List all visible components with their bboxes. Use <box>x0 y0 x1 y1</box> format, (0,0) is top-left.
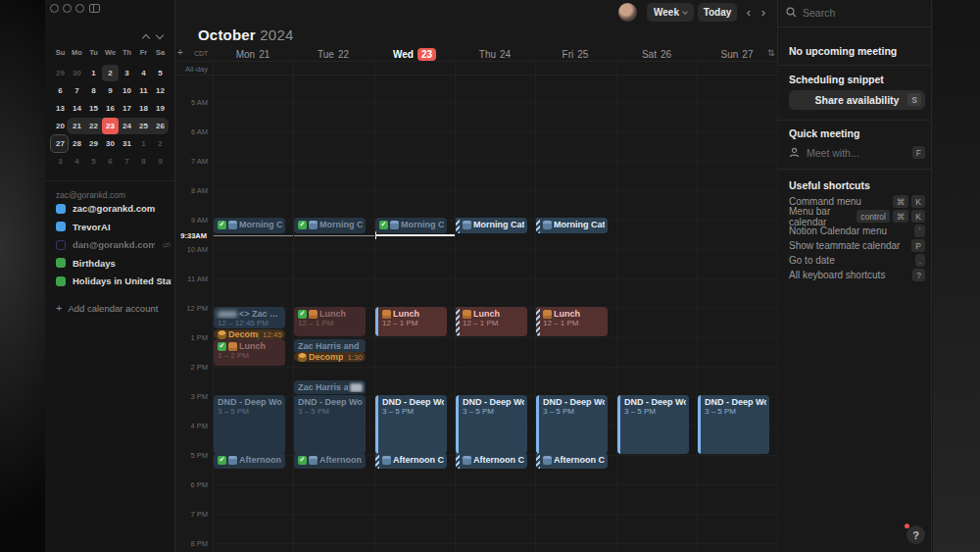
calendar-list-item[interactable]: Holidays in United States <box>56 276 172 286</box>
minical-day[interactable]: 5 <box>152 65 169 81</box>
minical-day[interactable]: 6 <box>102 153 119 170</box>
minical-day[interactable]: 4 <box>135 65 152 81</box>
window-zoom-icon[interactable] <box>75 4 84 13</box>
minical-day[interactable]: 25 <box>135 118 152 134</box>
minical-day[interactable]: 15 <box>85 100 102 117</box>
add-event-icon[interactable]: + <box>177 47 183 58</box>
minical-day[interactable]: 8 <box>135 153 152 170</box>
event-lunch[interactable]: ✓Lunch12 – 1 PM <box>294 307 366 336</box>
minical-day[interactable]: 18 <box>135 100 152 117</box>
event-zac-harris-and[interactable]: Zac Harris and <box>294 339 366 353</box>
minical-day[interactable]: 3 <box>119 65 135 81</box>
minical-day[interactable]: 9 <box>102 82 119 99</box>
minical-day[interactable]: 1 <box>85 65 102 81</box>
toggle-sidebar-icon[interactable] <box>89 4 100 13</box>
event-dnd-deep-work[interactable]: DND - Deep Work3 – 5 PM <box>214 395 285 454</box>
event-morning-catch-up[interactable]: ✓Morning Catch Up <box>294 218 366 233</box>
minical-day[interactable]: 5 <box>85 153 102 170</box>
calendar-list-item[interactable]: zac@gorankd.com <box>56 203 172 214</box>
minical-day[interactable]: 9 <box>152 153 169 170</box>
minical-day[interactable]: 17 <box>119 100 135 117</box>
minical-day[interactable]: 28 <box>69 135 85 152</box>
minical-day[interactable]: 21 <box>69 118 85 134</box>
event-dnd-deep-work[interactable]: DND - Deep Work3 – 5 PM <box>698 395 769 454</box>
calendar-list-item[interactable]: dan@gorankd.com <box>56 239 172 250</box>
event-afternoon-catch-up[interactable]: Afternoon Catch Up <box>456 453 527 469</box>
person-icon <box>789 147 800 158</box>
minical-day[interactable]: 29 <box>85 135 102 152</box>
event-afternoon-catch-up[interactable]: ✓Afternoon Catch Up <box>294 453 366 469</box>
search-input[interactable]: Search <box>803 7 835 19</box>
minical-day[interactable]: 6 <box>52 82 69 99</box>
event-lunch[interactable]: Lunch12 – 1 PM <box>456 307 527 336</box>
event-morning-catch-up[interactable]: ✓Morning Catch Up <box>214 218 285 233</box>
minical-day[interactable]: 10 <box>119 82 135 99</box>
event-morning-catch-up[interactable]: Morning Catch Up <box>456 218 527 233</box>
day-header-fri[interactable]: Fri25 <box>535 46 615 62</box>
today-button[interactable]: Today <box>698 3 737 22</box>
minical-day[interactable]: 19 <box>152 100 169 117</box>
event-morning-catch-up[interactable]: Morning Catch Up <box>536 218 608 233</box>
event-zac-harris-and[interactable]: Zac Harris and <box>294 380 366 394</box>
minical-day[interactable]: 14 <box>69 100 85 117</box>
calendar-list-item[interactable]: TrevorAI <box>56 222 172 232</box>
minical-day[interactable]: 8 <box>85 82 102 99</box>
event-decompress[interactable]: Decompress1:30 <box>294 352 366 362</box>
event-afternoon-catch-up[interactable]: Afternoon Catch Up <box>375 453 447 469</box>
minical-day[interactable]: 30 <box>102 135 119 152</box>
day-header-sun[interactable]: Sun27 <box>697 46 777 62</box>
day-header-sat[interactable]: Sat26 <box>616 46 697 62</box>
minical-day[interactable]: 7 <box>69 82 85 99</box>
eye-off-icon[interactable] <box>162 240 172 250</box>
day-header-thu[interactable]: Thu24 <box>455 46 535 62</box>
user-avatar[interactable] <box>618 3 637 22</box>
minical-day[interactable]: 16 <box>102 100 119 117</box>
event-decompress[interactable]: Decompress12:45 <box>214 329 285 339</box>
day-header-mon[interactable]: Mon21 <box>213 46 293 62</box>
day-header-tue[interactable]: Tue22 <box>293 46 373 62</box>
minical-day[interactable]: 1 <box>135 135 152 152</box>
event-dnd-deep-work[interactable]: DND - Deep Work3 – 5 PM <box>536 395 608 454</box>
prev-week-button[interactable]: ‹ <box>742 3 756 22</box>
minical-day[interactable]: 3 <box>52 153 69 170</box>
minical-day[interactable]: 29 <box>52 65 69 81</box>
add-calendar-account-button[interactable]: + Add calendar account <box>56 302 158 314</box>
day-header-wed[interactable]: Wed23 <box>374 46 455 62</box>
minical-day[interactable]: 7 <box>119 153 135 170</box>
event-lunch[interactable]: Lunch12 – 1 PM <box>375 307 447 336</box>
minical-day[interactable]: 13 <box>52 100 69 117</box>
minical-day[interactable]: 31 <box>119 135 135 152</box>
shortcut-label: Show teammate calendar <box>789 240 900 251</box>
minical-day[interactable]: 12 <box>152 82 169 99</box>
event-zac[interactable]: <> Zac …12 – 12:45 PM <box>214 307 285 328</box>
minical-day[interactable]: 30 <box>69 65 85 81</box>
meet-with-input[interactable]: Meet with... F <box>789 145 925 160</box>
view-selector-button[interactable]: Week <box>647 3 694 22</box>
timezone-label[interactable]: CDT <box>194 50 208 57</box>
minical-day-today[interactable]: 23 <box>102 118 119 134</box>
minical-day[interactable]: 2 <box>102 65 119 81</box>
event-afternoon-catch-up[interactable]: ✓Afternoon Catch Up <box>214 453 285 469</box>
event-afternoon-catch-up[interactable]: Afternoon Catch Up <box>536 453 608 469</box>
help-button[interactable]: ? <box>906 526 925 544</box>
minical-day[interactable]: 24 <box>119 118 135 134</box>
event-dnd-deep-work[interactable]: DND - Deep Work3 – 5 PM <box>294 395 366 454</box>
event-dnd-deep-work[interactable]: DND - Deep Work3 – 5 PM <box>456 395 527 454</box>
minical-day[interactable]: 20 <box>52 118 69 134</box>
minical-day[interactable]: 22 <box>85 118 102 134</box>
minical-day[interactable]: 2 <box>152 135 169 152</box>
event-morning-catch-up[interactable]: ✓Morning Catch Up <box>375 218 447 233</box>
window-close-icon[interactable] <box>50 4 59 13</box>
event-dnd-deep-work[interactable]: DND - Deep Work3 – 5 PM <box>375 395 447 454</box>
event-lunch[interactable]: Lunch12 – 1 PM <box>536 307 608 336</box>
calendar-list-item[interactable]: Birthdays <box>56 258 172 269</box>
next-week-button[interactable]: › <box>757 3 770 22</box>
share-availability-button[interactable]: Share availability S <box>789 90 925 110</box>
minical-day[interactable]: 4 <box>69 153 85 170</box>
window-minimize-icon[interactable] <box>63 4 72 13</box>
minical-day[interactable]: 11 <box>135 82 152 99</box>
event-dnd-deep-work[interactable]: DND - Deep Work3 – 5 PM <box>617 395 689 454</box>
minical-day[interactable]: 27 <box>52 135 69 152</box>
minical-day[interactable]: 26 <box>152 118 169 134</box>
event-lunch[interactable]: ✓Lunch1 – 2 PM <box>214 339 285 366</box>
